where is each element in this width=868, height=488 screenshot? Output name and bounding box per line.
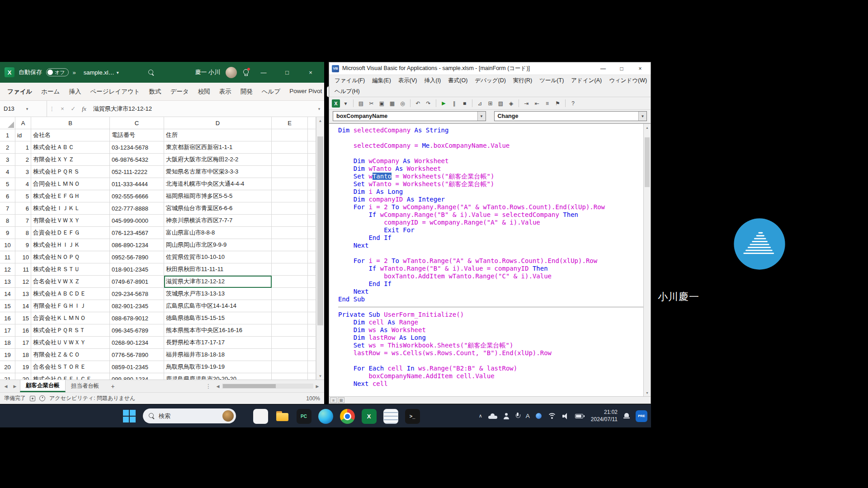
cell-B15[interactable]: 有限会社ＦＧＨＩＪ — [31, 300, 110, 312]
code-line[interactable] — [338, 249, 643, 257]
name-box[interactable]: D13 ▾ — [0, 101, 47, 117]
procedure-view-button[interactable]: ≡ — [330, 397, 337, 403]
code-line[interactable]: Dim wTanto As Worksheet — [338, 165, 643, 173]
cell-C2[interactable]: 03-1234-5678 — [110, 141, 164, 154]
combo-dropdown-icon[interactable]: ▼ — [477, 112, 486, 121]
cell-A14[interactable]: 13 — [15, 288, 31, 300]
insert-object-caret[interactable]: ▾ — [341, 99, 350, 108]
cell-E2[interactable] — [272, 141, 308, 154]
code-line[interactable]: Next — [338, 242, 643, 249]
vba-vscroll-thumb[interactable] — [645, 137, 650, 187]
project-explorer-icon[interactable]: ⊞ — [486, 99, 495, 108]
code-line[interactable]: selectedCompany = Me.boxCompanyName.Valu… — [338, 142, 643, 150]
cell-C16[interactable]: 088-678-9012 — [110, 312, 164, 324]
cancel-button[interactable]: × — [57, 105, 68, 112]
sheet-nav-left-icon[interactable]: ◀ — [2, 384, 10, 389]
save-icon[interactable]: ▤ — [356, 99, 366, 108]
cell-B16[interactable]: 合資会社ＫＬＭＮＯ — [31, 312, 110, 324]
formula-bar-handle[interactable]: ⋮ — [47, 106, 57, 112]
column-header-C[interactable]: C — [110, 117, 164, 129]
code-line[interactable]: If wTanto.Range("B" & i).Value = company… — [338, 265, 643, 272]
cell-E4[interactable] — [272, 166, 308, 178]
lightbulb-icon[interactable] — [242, 69, 249, 76]
cell-D8[interactable]: 神奈川県横浜市西区7-7-7 — [164, 215, 272, 227]
cell-C20[interactable]: 0859-01-2345 — [110, 361, 164, 373]
cell-A7[interactable]: 6 — [15, 202, 31, 215]
cell-C17[interactable]: 096-345-6789 — [110, 324, 164, 337]
excel-app-icon[interactable]: X — [5, 67, 14, 77]
ribbon-tab-9[interactable]: ヘルプ — [257, 84, 285, 99]
cell-C1[interactable]: 電話番号 — [110, 129, 164, 141]
formula-expand-button[interactable]: ▾ — [314, 107, 324, 111]
code-line[interactable]: For Each cell In ws.Range("B2:B" & lastR… — [338, 365, 643, 372]
cell-E21[interactable] — [272, 373, 308, 380]
row-header-20[interactable]: 20 — [0, 361, 15, 373]
code-line[interactable]: Set wTanto = Worksheets("顧客企業台帳") — [338, 173, 643, 180]
ribbon-tab-7[interactable]: 表示 — [215, 84, 236, 99]
ribbon-tab-4[interactable]: 数式 — [145, 84, 166, 99]
cell-B20[interactable]: 合名会社ＳＴＯＲＥ — [31, 361, 110, 373]
cell-D11[interactable]: 佐賀県佐賀市10-10-10 — [164, 251, 272, 263]
ribbon-tab-0[interactable]: ファイル — [3, 84, 37, 99]
code-line[interactable]: Dim companyID As Integer — [338, 196, 643, 203]
row-header-11[interactable]: 11 — [0, 251, 15, 263]
cell-C15[interactable]: 082-901-2345 — [110, 300, 164, 312]
taskbar-app-pycharm[interactable]: PC — [295, 407, 313, 425]
menu-item-10[interactable]: ヘルプ(H) — [331, 86, 363, 97]
cell-C18[interactable]: 0268-90-1234 — [110, 337, 164, 349]
code-line[interactable] — [338, 357, 643, 365]
row-header-4[interactable]: 4 — [0, 166, 15, 178]
cell-A5[interactable]: 4 — [15, 178, 31, 190]
cell-B6[interactable]: 株式会社ＥＦＧＨ — [31, 190, 110, 202]
cell-E14[interactable] — [272, 288, 308, 300]
cell-A6[interactable]: 5 — [15, 190, 31, 202]
row-header-7[interactable]: 7 — [0, 202, 15, 215]
sheet-tab-1[interactable]: 担当者台帳 — [66, 380, 105, 392]
view-excel-icon[interactable]: X — [332, 99, 340, 108]
code-line[interactable]: Dim selectedCompany As String — [338, 127, 643, 134]
ribbon-tab-5[interactable]: データ — [166, 84, 193, 99]
cell-A17[interactable]: 16 — [15, 324, 31, 337]
cell-A13[interactable]: 12 — [15, 276, 31, 288]
cell-D10[interactable]: 岡山県岡山市北区9-9-9 — [164, 239, 272, 251]
column-header-A[interactable]: A — [15, 117, 31, 129]
scroll-up-icon[interactable]: ▲ — [646, 124, 649, 131]
code-line[interactable]: For i = 2 To wCompany.Range("A" & wTanto… — [338, 203, 643, 211]
menu-item-5[interactable]: デバッグ(D) — [471, 75, 509, 86]
row-header-6[interactable]: 6 — [0, 190, 15, 202]
notifications-bell-icon[interactable] — [623, 413, 630, 419]
cell-C21[interactable]: 099-890-1234 — [110, 373, 164, 380]
code-line[interactable]: Dim i As Long — [338, 188, 643, 196]
code-line[interactable]: boxTanto.AddItem wTanto.Range("C" & i).V… — [338, 272, 643, 280]
menu-item-3[interactable]: 挿入(I) — [420, 75, 444, 86]
undo-icon[interactable]: ↶ — [413, 99, 423, 108]
cell-B9[interactable]: 合資会社ＤＥＦＧ — [31, 227, 110, 239]
cell-A11[interactable]: 10 — [15, 251, 31, 263]
paste-icon[interactable]: ▦ — [387, 99, 397, 108]
cell-E11[interactable] — [272, 251, 308, 263]
people-icon[interactable] — [503, 413, 509, 419]
ribbon-tab-3[interactable]: ページレイアウト — [85, 84, 144, 99]
taskbar-app-pinned-app[interactable] — [251, 407, 269, 425]
row-header-13[interactable]: 13 — [0, 276, 15, 288]
taskbar-app-excel[interactable]: X — [360, 407, 378, 425]
cell-C10[interactable]: 086-890-1234 — [110, 239, 164, 251]
cell-E6[interactable] — [272, 190, 308, 202]
code-line[interactable] — [338, 150, 643, 157]
add-sheet-button[interactable]: + — [108, 382, 118, 391]
code-line[interactable]: Dim ws As Worksheet — [338, 326, 643, 334]
cell-B11[interactable]: 株式会社ＮＯＰＱ — [31, 251, 110, 263]
cell-B3[interactable]: 有限会社ＸＹＺ — [31, 154, 110, 166]
object-combobox[interactable]: boxCompanyName ▼ — [333, 111, 486, 121]
row-header-18[interactable]: 18 — [0, 337, 15, 349]
row-header-2[interactable]: 2 — [0, 141, 15, 154]
cell-B4[interactable]: 株式会社ＰＱＲＳ — [31, 166, 110, 178]
code-line[interactable]: Next — [338, 288, 643, 296]
clock[interactable]: 21:02 2024/07/11 — [591, 409, 618, 423]
code-line[interactable] — [338, 134, 643, 142]
menu-item-7[interactable]: ツール(T) — [536, 75, 567, 86]
cell-D3[interactable]: 大阪府大阪市北区梅田2-2-2 — [164, 154, 272, 166]
menu-item-2[interactable]: 表示(V) — [395, 75, 421, 86]
cell-D18[interactable]: 長野県松本市17-17-17 — [164, 337, 272, 349]
cell-D15[interactable]: 広島県広島市中区14-14-14 — [164, 300, 272, 312]
